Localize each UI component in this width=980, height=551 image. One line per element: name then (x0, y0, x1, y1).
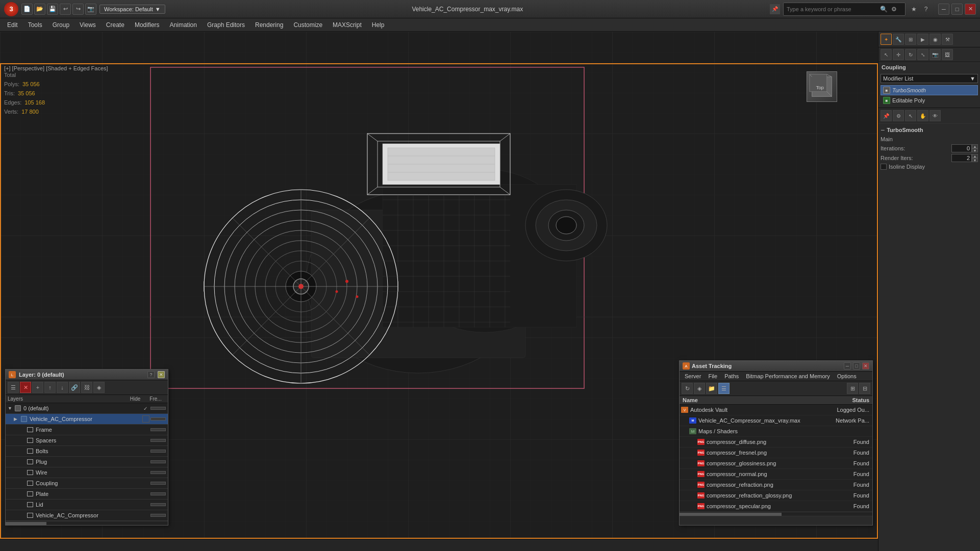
asset-list-view-icon[interactable]: ☰ (718, 383, 730, 394)
menu-modifiers[interactable]: Modifiers (130, 20, 165, 30)
undo-button[interactable]: ↩ (60, 4, 71, 15)
asset-paths-icon[interactable]: 📁 (706, 383, 717, 394)
asset-expand-icon[interactable]: ⊞ (847, 383, 858, 394)
asset-close-button[interactable]: ✕ (862, 362, 869, 370)
menu-help[interactable]: Help (367, 20, 390, 30)
layer-delete-icon[interactable]: ✕ (20, 382, 31, 393)
asset-menu-bitmap[interactable]: Bitmap Performance and Memory (743, 373, 833, 380)
asset-row-specular[interactable]: PNG compressor_specular.png Found (680, 501, 872, 512)
asset-row-normal[interactable]: PNG compressor_normal.png Found (680, 469, 872, 480)
new-button[interactable]: 📄 (21, 4, 33, 15)
modifier-list-dropdown[interactable]: Modifier List ▼ (881, 74, 978, 83)
asset-menu-options[interactable]: Options (834, 373, 860, 380)
close-button[interactable]: ✕ (965, 4, 976, 15)
search-icon[interactable]: 🔍 (878, 4, 889, 14)
menu-tools[interactable]: Tools (23, 20, 47, 30)
layer-unlink-icon[interactable]: ⛓ (81, 382, 92, 393)
iterations-input[interactable] (951, 144, 972, 152)
search-input[interactable] (787, 6, 878, 12)
display-icon[interactable]: ◉ (929, 34, 941, 45)
cursor-icon[interactable]: ↖ (905, 110, 916, 121)
save-button[interactable]: 💾 (47, 4, 58, 15)
scale-icon[interactable]: ⤡ (917, 49, 928, 60)
layer-panel-scrollbar[interactable] (6, 521, 168, 525)
drag-icon[interactable]: ✋ (917, 110, 928, 121)
layer-check-default[interactable]: ✓ (141, 406, 149, 411)
asset-maximize-button[interactable]: □ (853, 362, 860, 370)
asset-row-refraction-glossy[interactable]: PNG compressor_refraction_glossy.png Fou… (680, 490, 872, 501)
layer-up-icon[interactable]: ↑ (44, 382, 56, 393)
hierarchy-icon[interactable]: ⊞ (905, 34, 916, 45)
render-iters-up[interactable]: ▲ (972, 154, 978, 158)
menu-maxscript[interactable]: MAXScript (328, 20, 367, 30)
menu-group[interactable]: Group (47, 20, 74, 30)
layer-add-icon[interactable]: + (32, 382, 43, 393)
layer-row-compressor[interactable]: ▶ Vehicle_AC_Compressor (6, 414, 168, 425)
minimize-button[interactable]: ─ (938, 4, 949, 15)
asset-row-refraction[interactable]: PNG compressor_refraction.png Found (680, 480, 872, 490)
select-icon[interactable]: ↖ (881, 49, 892, 60)
menu-create[interactable]: Create (101, 20, 130, 30)
layer-row-plug[interactable]: Plug (6, 457, 168, 467)
layer-down-icon[interactable]: ↓ (57, 382, 68, 393)
layer-row-spacers[interactable]: Spacers (6, 435, 168, 446)
layer-row-wire[interactable]: Wire (6, 467, 168, 478)
create-icon[interactable]: ✦ (881, 34, 892, 45)
rotate-icon[interactable]: ↻ (905, 49, 916, 60)
layer-panel-help[interactable]: ? (147, 371, 155, 378)
render-iters-input[interactable] (951, 154, 972, 162)
asset-row-maps[interactable]: M Maps / Shaders (680, 426, 872, 437)
layer-row-lid[interactable]: Lid (6, 500, 168, 510)
iterations-up[interactable]: ▲ (972, 144, 978, 148)
asset-menu-server[interactable]: Server (682, 373, 704, 380)
menu-animation[interactable]: Animation (165, 20, 202, 30)
layer-link-icon[interactable]: 🔗 (69, 382, 80, 393)
iterations-down[interactable]: ▼ (972, 148, 978, 152)
editablepoly-modifier[interactable]: ■ Editable Poly (881, 95, 978, 106)
asset-menu-file[interactable]: File (705, 373, 720, 380)
isoline-checkbox[interactable] (881, 164, 887, 170)
layer-row-default[interactable]: ▼ 0 (default) ✓ (6, 403, 168, 414)
pin-icon[interactable]: 📌 (770, 4, 780, 14)
turbosmooth-modifier[interactable]: ■ TurboSmooth (881, 85, 978, 95)
help-icon[interactable]: ? (921, 4, 931, 14)
pin-stack-icon[interactable]: 📌 (881, 110, 892, 121)
open-button[interactable]: 📂 (34, 4, 45, 15)
asset-select-icon[interactable]: ◈ (694, 383, 705, 394)
asset-minimize-button[interactable]: ─ (844, 362, 851, 370)
maximize-button[interactable]: □ (951, 4, 963, 15)
layer-row-frame[interactable]: Frame (6, 425, 168, 435)
menu-customize[interactable]: Customize (288, 20, 328, 30)
layer-box-compressor[interactable] (142, 415, 149, 423)
asset-refresh-icon[interactable]: ↻ (682, 383, 693, 394)
utilities-icon[interactable]: ⚒ (942, 34, 953, 45)
modify-icon[interactable]: 🔧 (893, 34, 904, 45)
workspace-selector[interactable]: Workspace: Default ▼ (99, 5, 165, 14)
layer-row-bolts[interactable]: Bolts (6, 446, 168, 457)
turbosmooth-collapse[interactable]: − (881, 126, 885, 134)
render-icon[interactable]: 🖼 (942, 49, 953, 60)
asset-row-maxfile[interactable]: M Vehicle_AC_Compressor_max_vray.max Net… (680, 415, 872, 426)
bookmark-icon[interactable]: ★ (909, 4, 919, 14)
menu-graph-editors[interactable]: Graph Editors (202, 20, 250, 30)
menu-edit[interactable]: Edit (2, 20, 23, 30)
asset-scrollbar[interactable] (680, 512, 872, 516)
view-icon[interactable]: 👁 (929, 110, 941, 121)
asset-menu-paths[interactable]: Paths (721, 373, 742, 380)
move-icon[interactable]: ✛ (893, 49, 904, 60)
redo-button[interactable]: ↪ (72, 4, 84, 15)
layer-panel-close[interactable]: ✕ (158, 371, 165, 378)
layer-row-plate[interactable]: Plate (6, 489, 168, 500)
asset-row-diffuse[interactable]: PNG compressor_diffuse.png Found (680, 437, 872, 448)
search-options-icon[interactable]: ⚙ (889, 4, 899, 14)
motion-icon[interactable]: ▶ (917, 34, 928, 45)
asset-row-fresnel[interactable]: PNG compressor_fresnel.png Found (680, 448, 872, 458)
layer-icon1[interactable]: ☰ (8, 382, 19, 393)
asset-row-vault[interactable]: V Autodesk Vault Logged Ou... (680, 405, 872, 415)
render-iters-down[interactable]: ▼ (972, 158, 978, 162)
asset-row-glossiness[interactable]: PNG compressor_glossiness.png Found (680, 458, 872, 469)
layer-row-vehicle-ac[interactable]: Vehicle_AC_Compressor (6, 510, 168, 521)
camera-icon[interactable]: 📷 (929, 49, 941, 60)
asset-collapse-icon[interactable]: ⊟ (859, 383, 870, 394)
menu-rendering[interactable]: Rendering (250, 20, 288, 30)
